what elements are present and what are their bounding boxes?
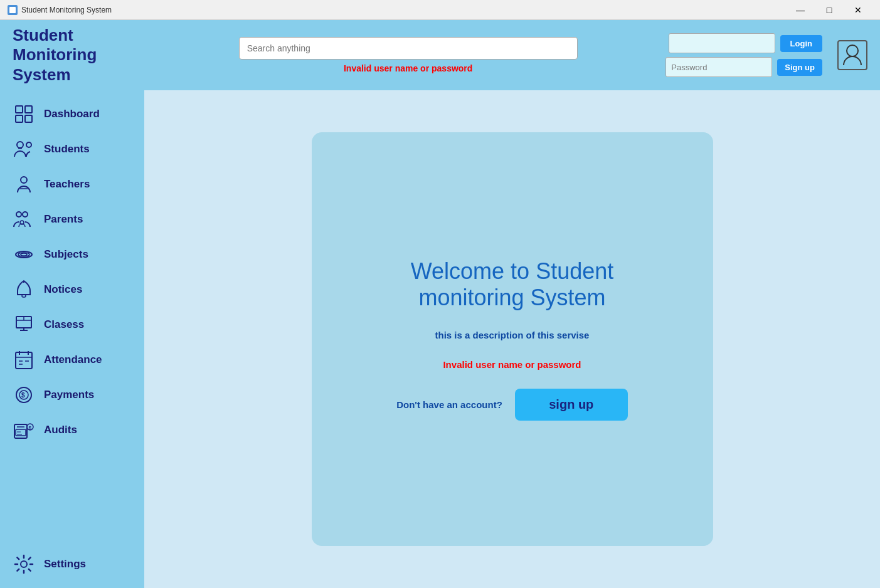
header-error-message: Invalid user name or password — [344, 63, 472, 73]
teachers-icon — [13, 173, 35, 196]
sidebar-item-attendance[interactable]: Attendance — [0, 342, 144, 377]
no-account-text: Don't have an account? — [396, 399, 502, 410]
sidebar-item-students[interactable]: Students — [0, 132, 144, 167]
svg-rect-5 — [25, 115, 32, 122]
welcome-description: this is a description of this servise — [435, 330, 590, 340]
app-icon — [8, 5, 18, 15]
svg-rect-24 — [16, 352, 32, 369]
svg-point-6 — [17, 142, 23, 148]
svg-point-12 — [23, 212, 28, 217]
password-input[interactable] — [665, 57, 772, 77]
svg-rect-0 — [9, 7, 16, 13]
avatar — [837, 40, 867, 70]
header-search-area: Invalid user name or password — [161, 37, 655, 73]
sidebar: Dashboard Students — [0, 90, 144, 588]
dashboard-icon — [13, 103, 35, 125]
sidebar-label-settings: Settings — [44, 558, 86, 570]
sidebar-label-notices: Notices — [44, 283, 82, 296]
sidebar-item-audits[interactable]: $ Audits — [0, 412, 144, 448]
login-button[interactable]: Login — [780, 35, 822, 52]
username-input[interactable] — [669, 33, 775, 53]
sidebar-spacer — [0, 448, 144, 547]
welcome-card: Welcome to Student monitoring System thi… — [312, 132, 713, 546]
svg-rect-17 — [22, 295, 26, 297]
notices-icon — [13, 278, 35, 301]
svg-point-11 — [16, 212, 21, 217]
sidebar-item-dashboard[interactable]: Dashboard — [0, 97, 144, 132]
students-icon — [13, 138, 35, 160]
signup-button-main[interactable]: sign up — [515, 389, 628, 421]
sidebar-label-students: Students — [44, 143, 90, 155]
app-container: Student Monitoring System Invalid user n… — [0, 20, 880, 588]
sidebar-item-settings[interactable]: Settings — [0, 547, 144, 582]
signup-button-header[interactable]: Sign up — [777, 59, 822, 76]
audits-icon: $ — [13, 419, 35, 441]
svg-point-1 — [847, 45, 858, 56]
svg-text:$: $ — [21, 392, 25, 399]
app-logo: Student Monitoring System — [13, 26, 151, 85]
content-area: Dashboard Students — [0, 90, 880, 588]
main-content: Welcome to Student monitoring System thi… — [144, 90, 880, 588]
sidebar-item-subjects[interactable]: Subjects — [0, 237, 144, 272]
auth-row-top: Login — [669, 33, 822, 53]
sidebar-item-payments[interactable]: $ Payments — [0, 377, 144, 412]
sidebar-label-subjects: Subjects — [44, 248, 88, 261]
search-input[interactable] — [239, 37, 578, 60]
attendance-icon — [13, 349, 35, 371]
svg-point-41 — [21, 561, 27, 567]
sidebar-label-classes: Clasess — [44, 318, 84, 331]
payments-icon: $ — [13, 384, 35, 406]
minimize-button[interactable]: — — [786, 0, 815, 20]
subjects-icon — [13, 243, 35, 266]
sidebar-label-parents: Parents — [44, 213, 83, 226]
sidebar-label-attendance: Attendance — [44, 354, 102, 366]
svg-point-7 — [26, 142, 31, 147]
svg-point-16 — [21, 253, 27, 256]
sidebar-item-notices[interactable]: Notices — [0, 272, 144, 307]
sidebar-item-teachers[interactable]: Teachers — [0, 167, 144, 202]
sidebar-label-audits: Audits — [44, 424, 77, 436]
close-button[interactable]: ✕ — [844, 0, 872, 20]
sidebar-label-dashboard: Dashboard — [44, 108, 100, 120]
welcome-title: Welcome to Student monitoring System — [362, 258, 663, 311]
sidebar-label-teachers: Teachers — [44, 178, 90, 191]
header-auth: Login Sign up — [665, 33, 822, 77]
sidebar-item-classes[interactable]: Clasess — [0, 307, 144, 342]
header: Student Monitoring System Invalid user n… — [0, 20, 880, 90]
welcome-signup-row: Don't have an account? sign up — [396, 389, 628, 421]
svg-text:$: $ — [29, 425, 32, 431]
svg-rect-2 — [16, 106, 23, 113]
welcome-error-message: Invalid user name or password — [443, 359, 581, 370]
titlebar-title: Student Monitoring System — [21, 6, 112, 14]
sidebar-label-payments: Payments — [44, 389, 94, 401]
sidebar-item-parents[interactable]: Parents — [0, 202, 144, 237]
svg-rect-4 — [16, 115, 23, 122]
parents-icon — [13, 208, 35, 231]
maximize-button[interactable]: □ — [815, 0, 844, 20]
classes-icon — [13, 313, 35, 336]
settings-icon — [13, 553, 35, 575]
svg-point-9 — [21, 177, 27, 183]
titlebar-controls: — □ ✕ — [786, 0, 872, 20]
svg-rect-3 — [25, 106, 32, 113]
titlebar: Student Monitoring System — □ ✕ — [0, 0, 880, 20]
titlebar-left: Student Monitoring System — [8, 5, 112, 15]
auth-row-bottom: Sign up — [665, 57, 822, 77]
